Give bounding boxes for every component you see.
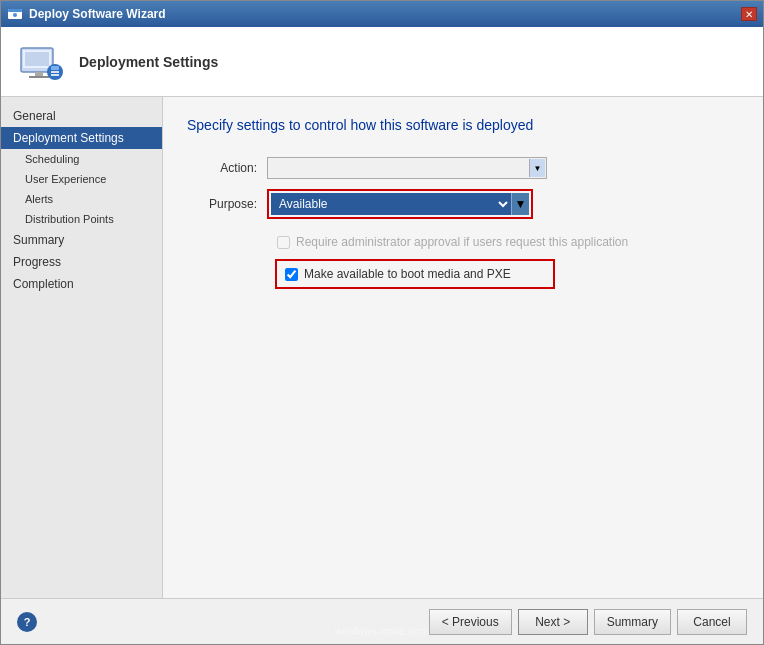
require-approval-checkbox[interactable] bbox=[277, 236, 290, 249]
main-content: General Deployment Settings Scheduling U… bbox=[1, 97, 763, 598]
sidebar-item-user-experience[interactable]: User Experience bbox=[1, 169, 162, 189]
content-pane: Specify settings to control how this sof… bbox=[163, 97, 763, 598]
cancel-button[interactable]: Cancel bbox=[677, 609, 747, 635]
sidebar-item-deployment-settings[interactable]: Deployment Settings bbox=[1, 127, 162, 149]
svg-rect-6 bbox=[35, 72, 43, 76]
sidebar-item-progress[interactable]: Progress bbox=[1, 251, 162, 273]
action-select-wrapper: Install ▼ bbox=[267, 157, 547, 179]
require-approval-row: Require administrator approval if users … bbox=[187, 235, 739, 249]
summary-button[interactable]: Summary bbox=[594, 609, 671, 635]
title-bar: Deploy Software Wizard ✕ bbox=[1, 1, 763, 27]
title-bar-text: Deploy Software Wizard bbox=[29, 7, 166, 21]
purpose-control-wrapper: Available Required ▼ bbox=[267, 189, 533, 219]
sidebar-item-scheduling[interactable]: Scheduling bbox=[1, 149, 162, 169]
header-icon bbox=[17, 38, 65, 86]
content-title: Specify settings to control how this sof… bbox=[187, 117, 739, 133]
close-button[interactable]: ✕ bbox=[741, 7, 757, 21]
sidebar-item-alerts[interactable]: Alerts bbox=[1, 189, 162, 209]
purpose-dropdown-arrow[interactable]: ▼ bbox=[511, 193, 529, 215]
footer-right: < Previous Next > Summary Cancel bbox=[429, 609, 747, 635]
make-available-checkbox[interactable] bbox=[285, 268, 298, 281]
sidebar: General Deployment Settings Scheduling U… bbox=[1, 97, 163, 598]
header-area: Deployment Settings bbox=[1, 27, 763, 97]
svg-rect-11 bbox=[51, 74, 59, 76]
sidebar-item-completion[interactable]: Completion bbox=[1, 273, 162, 295]
make-available-row: Make available to boot media and PXE bbox=[275, 259, 555, 289]
svg-point-2 bbox=[13, 13, 17, 17]
purpose-select[interactable]: Available Required bbox=[271, 193, 511, 215]
svg-rect-7 bbox=[29, 76, 49, 78]
next-button[interactable]: Next > bbox=[518, 609, 588, 635]
footer-left: ? bbox=[17, 612, 37, 632]
action-label: Action: bbox=[187, 161, 267, 175]
sidebar-item-distribution-points[interactable]: Distribution Points bbox=[1, 209, 162, 229]
require-approval-label: Require administrator approval if users … bbox=[296, 235, 628, 249]
action-row: Action: Install ▼ bbox=[187, 157, 739, 179]
svg-rect-1 bbox=[8, 9, 22, 12]
deploy-software-wizard-window: Deploy Software Wizard ✕ Deployment Sett… bbox=[0, 0, 764, 645]
header-title: Deployment Settings bbox=[79, 54, 218, 70]
footer: ? < Previous Next > Summary Cancel bbox=[1, 598, 763, 644]
make-available-label: Make available to boot media and PXE bbox=[304, 267, 511, 281]
sidebar-item-general[interactable]: General bbox=[1, 105, 162, 127]
action-input: Install bbox=[267, 157, 547, 179]
svg-rect-5 bbox=[25, 52, 49, 66]
purpose-label: Purpose: bbox=[187, 197, 267, 211]
help-button[interactable]: ? bbox=[17, 612, 37, 632]
wizard-icon bbox=[7, 6, 23, 22]
sidebar-item-summary[interactable]: Summary bbox=[1, 229, 162, 251]
previous-button[interactable]: < Previous bbox=[429, 609, 512, 635]
purpose-row: Purpose: Available Required ▼ bbox=[187, 189, 739, 219]
svg-rect-9 bbox=[51, 66, 59, 70]
action-control-wrap: Install ▼ bbox=[267, 157, 547, 179]
title-bar-left: Deploy Software Wizard bbox=[7, 6, 166, 22]
svg-rect-10 bbox=[51, 71, 59, 73]
